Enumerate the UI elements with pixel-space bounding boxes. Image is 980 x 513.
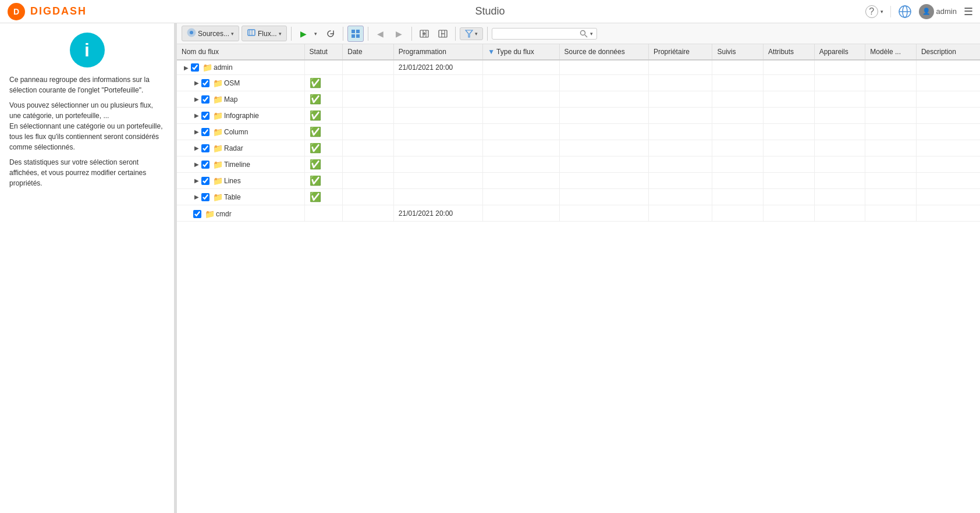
expand-btn[interactable]: ▶ (194, 112, 199, 119)
expand-btn[interactable]: ▶ (184, 65, 189, 71)
row-checkbox[interactable] (201, 161, 210, 169)
cell-attributs (764, 156, 815, 173)
status-ok-icon: ✅ (310, 176, 321, 186)
table-row[interactable]: ▶ 📁 OSM ✅ (177, 75, 980, 91)
cell-suivis (712, 91, 764, 108)
col-attributs: Attributs (764, 44, 815, 60)
hamburger-icon: ☰ (964, 5, 973, 18)
sources-label: Sources... (198, 30, 229, 38)
play-dropdown[interactable]: ▾ (312, 26, 320, 42)
row-name-label: cmdr (216, 210, 232, 218)
cell-description (916, 124, 980, 140)
svg-rect-12 (351, 34, 355, 38)
add-col-button[interactable] (416, 26, 432, 42)
cell-status (304, 205, 343, 222)
col-nom-du-flux: Nom du flux (177, 44, 304, 60)
flux-label: Flux... (258, 30, 277, 38)
cell-programmation (393, 91, 482, 108)
search-dropdown-arrow[interactable]: ▾ (590, 31, 593, 37)
expand-btn[interactable]: ▶ (194, 177, 199, 184)
row-checkbox[interactable] (201, 144, 210, 152)
cell-description (916, 75, 980, 91)
col-appareils: Appareils (814, 44, 865, 60)
help-icon: ? (865, 5, 878, 18)
row-checkbox[interactable] (201, 177, 210, 185)
cell-programmation (393, 140, 482, 156)
row-checkbox[interactable] (201, 128, 210, 136)
cell-description (916, 91, 980, 108)
sources-arrow: ▾ (231, 31, 234, 37)
menu-button[interactable]: ☰ (964, 5, 973, 18)
expand-btn[interactable]: ▶ (194, 80, 199, 86)
expand-btn[interactable]: ▶ (194, 96, 199, 102)
cell-date (343, 124, 394, 140)
cell-status: ✅ (304, 91, 343, 108)
row-checkbox[interactable] (193, 210, 201, 218)
cell-name: ▶ 📁 Table (177, 189, 304, 205)
cell-source_de_donnees (559, 75, 648, 91)
cell-type_du_flux (483, 124, 559, 140)
arrow-right-button[interactable]: ▶ (391, 26, 407, 42)
remove-col-button[interactable] (435, 26, 451, 42)
flux-table: Nom du flux Statut Date Programmation ▼T… (177, 44, 980, 222)
row-checkbox[interactable] (201, 95, 210, 104)
sep-3 (368, 27, 368, 41)
arrow-left-button[interactable]: ◀ (372, 26, 389, 42)
row-name-label: Infographie (224, 112, 259, 120)
table-row[interactable]: ▶ 📁 Infographie ✅ (177, 108, 980, 124)
play-button[interactable]: ▶ (296, 26, 312, 42)
expand-btn[interactable]: ▶ (194, 161, 199, 168)
sep-5 (455, 27, 456, 41)
cell-proprietaire (648, 108, 712, 124)
cell-proprietaire (648, 140, 712, 156)
row-checkbox[interactable] (201, 112, 210, 120)
col-statut: Statut (304, 44, 343, 60)
svg-point-6 (190, 31, 193, 34)
refresh-button[interactable] (322, 26, 339, 42)
row-checkbox[interactable] (191, 63, 199, 72)
table-row[interactable]: ▶ 📁 admin 21/01/2021 20:00 (177, 60, 980, 75)
help-button[interactable]: ? ▾ (865, 5, 883, 18)
view-toggle-button[interactable] (347, 26, 364, 42)
sources-button[interactable]: Sources... ▾ (182, 26, 239, 41)
expand-btn[interactable]: ▶ (194, 129, 199, 135)
info-icon: i (70, 33, 105, 67)
row-checkbox[interactable] (201, 79, 210, 87)
search-icon[interactable] (580, 30, 588, 38)
cell-programmation (393, 124, 482, 140)
svg-line-25 (585, 35, 587, 37)
cell-status: ✅ (304, 140, 343, 156)
table-row[interactable]: ▶ 📁 Radar ✅ (177, 140, 980, 156)
table-row[interactable]: 📁 cmdr 21/01/2021 20:00 (177, 205, 980, 222)
help-dropdown-arrow: ▾ (880, 9, 883, 15)
table-row[interactable]: ▶ 📁 Lines ✅ (177, 173, 980, 189)
row-name-label: OSM (224, 79, 240, 87)
topbar-separator (890, 6, 891, 17)
logo: D DIGDASH (7, 2, 87, 21)
cell-appareils (814, 205, 865, 222)
table-row[interactable]: ▶ 📁 Map ✅ (177, 91, 980, 108)
filter-button[interactable]: ▾ (460, 27, 483, 40)
cell-type_du_flux (483, 108, 559, 124)
table-row[interactable]: ▶ 📁 Column ✅ (177, 124, 980, 140)
user-button[interactable]: 👤 admin (919, 4, 957, 19)
expand-btn[interactable]: ▶ (194, 194, 199, 200)
search-input[interactable] (496, 30, 577, 38)
table-area[interactable]: Nom du flux Statut Date Programmation ▼T… (177, 44, 980, 513)
cell-programmation (393, 156, 482, 173)
cell-source_de_donnees (559, 140, 648, 156)
expand-btn[interactable]: ▶ (194, 145, 199, 151)
sep-4 (411, 27, 412, 41)
row-checkbox[interactable] (201, 193, 210, 201)
table-body: ▶ 📁 admin 21/01/2021 20:00 ▶ 📁 OSM ✅ ▶ 📁… (177, 60, 980, 222)
svg-point-24 (580, 30, 585, 35)
table-row[interactable]: ▶ 📁 Table ✅ (177, 189, 980, 205)
table-row[interactable]: ▶ 📁 Timeline ✅ (177, 156, 980, 173)
cell-suivis (712, 75, 764, 91)
cell-status: ✅ (304, 108, 343, 124)
cell-status: ✅ (304, 124, 343, 140)
cell-appareils (814, 189, 865, 205)
cell-description (916, 60, 980, 75)
cell-date (343, 156, 394, 173)
flux-button[interactable]: Flux... ▾ (242, 26, 287, 41)
